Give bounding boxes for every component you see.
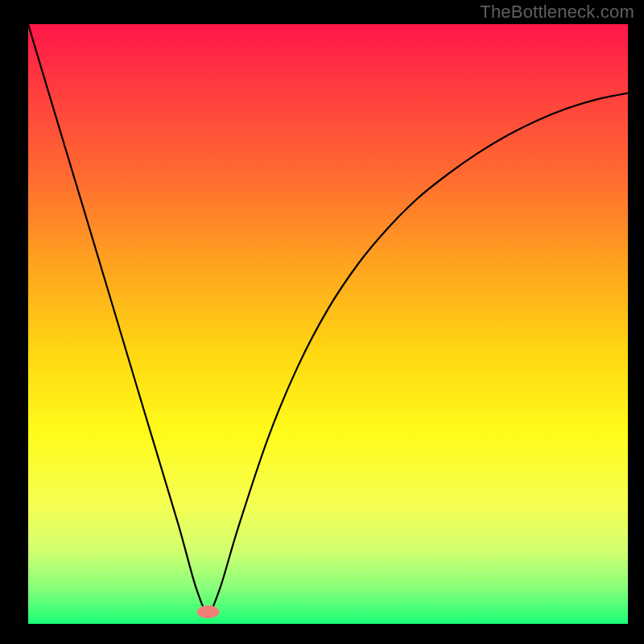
- attribution-label: TheBottleneck.com: [480, 2, 634, 23]
- bottleneck-curve-chart: [28, 24, 628, 624]
- chart-area: [28, 24, 628, 624]
- chart-frame: TheBottleneck.com: [0, 0, 644, 644]
- optimum-marker: [197, 605, 220, 618]
